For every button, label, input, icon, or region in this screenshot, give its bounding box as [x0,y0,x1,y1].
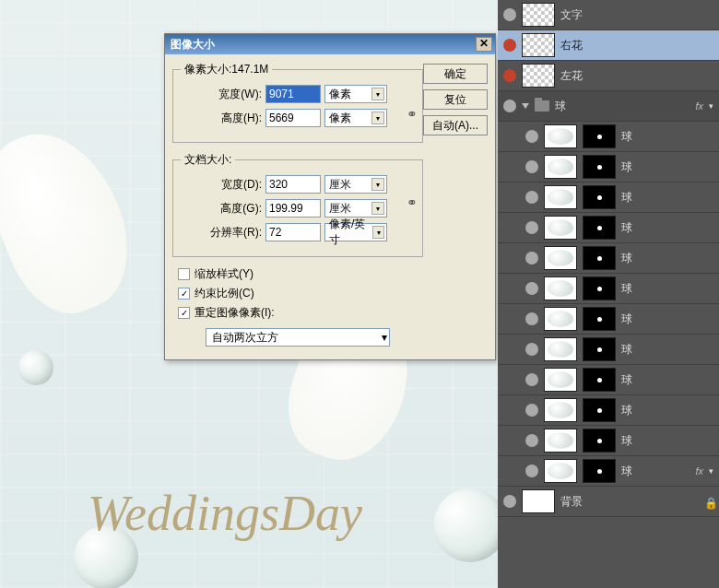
layer-row[interactable]: 左花 [498,61,719,91]
layer-mask-thumbnail [583,246,616,270]
resolution-input[interactable] [265,223,321,241]
layer-row[interactable]: 球 [498,304,719,335]
height-doc-input[interactable] [265,199,321,218]
folder-icon [535,100,549,112]
visibility-icon[interactable] [525,252,538,265]
ok-button[interactable]: 确定 [423,64,488,84]
pixel-dimensions-group: 像素大小:147.1M 宽度(W): 像素▾ 高度(H): 像素▾ ⚭ [172,62,423,143]
resample-checkbox[interactable]: ✓ [178,307,190,319]
layer-name: 球 [621,403,713,418]
resample-method-select[interactable]: 自动两次立方▾ [206,328,390,347]
link-icon[interactable]: ⚭ [407,195,418,210]
layer-mask-thumbnail [583,185,616,209]
visibility-icon[interactable] [503,100,516,112]
dialog-title: 图像大小 [171,37,215,53]
lock-icon: 🔒 [704,497,713,506]
pearl-decoration [433,488,507,562]
constrain-checkbox[interactable]: ✓ [178,288,190,300]
layer-mask-thumbnail [583,307,616,331]
layer-row[interactable]: 球 [498,243,719,274]
visibility-icon[interactable] [525,373,538,386]
height-doc-label: 高度(G): [197,201,262,217]
layer-row[interactable]: 球 [498,213,719,243]
layer-row[interactable]: 球 [498,182,719,213]
layer-row[interactable]: 右花 [498,30,719,61]
layer-name: 背景 [560,494,699,510]
width-doc-label: 宽度(D): [197,177,262,193]
layer-thumbnail [544,124,577,148]
visibility-icon[interactable] [525,221,538,234]
width-px-unit-select[interactable]: 像素▾ [324,85,387,103]
wedding-title: WeddingsDay [88,485,362,542]
layer-mask-thumbnail [583,337,616,361]
chevron-down-icon: ▾ [371,112,384,124]
layer-thumbnail [544,368,577,392]
layer-thumbnail [544,216,577,240]
link-icon[interactable]: ⚭ [407,107,418,122]
height-px-input[interactable] [265,109,321,127]
scale-styles-label: 缩放样式(Y) [194,266,253,282]
layer-name: 文字 [560,7,713,23]
layer-name: 球 [621,220,713,236]
visibility-icon[interactable] [525,282,538,295]
height-doc-unit-select[interactable]: 厘米▾ [324,199,387,218]
close-icon[interactable]: ✕ [476,37,492,52]
dialog-titlebar[interactable]: 图像大小 ✕ [165,34,495,54]
layer-mask-thumbnail [583,459,616,483]
height-px-unit-select[interactable]: 像素▾ [324,109,387,127]
visibility-icon[interactable] [525,465,538,477]
width-px-label: 宽度(W): [197,87,262,102]
visibility-icon[interactable] [525,191,538,204]
chevron-down-icon[interactable]: ▾ [709,101,713,111]
layer-name: 右花 [560,38,713,53]
layer-mask-thumbnail [583,216,616,240]
layer-mask-thumbnail [583,429,616,453]
width-doc-input[interactable] [265,175,321,194]
visibility-icon[interactable] [503,39,516,52]
layer-name: 球 [621,312,713,327]
layer-thumbnail [522,33,555,57]
visibility-icon[interactable] [525,343,538,356]
reset-button[interactable]: 复位 [423,89,488,110]
layer-thumbnail [544,337,577,361]
resolution-unit-select[interactable]: 像素/英寸▾ [324,223,387,241]
layer-thumbnail [522,3,555,27]
visibility-icon[interactable] [525,160,538,173]
visibility-icon[interactable] [503,69,516,82]
auto-button[interactable]: 自动(A)... [423,115,488,135]
constrain-label: 约束比例(C) [194,286,254,301]
visibility-icon[interactable] [525,130,538,143]
width-px-input[interactable] [265,85,321,103]
chevron-down-icon: ▾ [371,202,384,215]
width-doc-unit-select[interactable]: 厘米▾ [324,175,387,194]
scale-styles-checkbox[interactable] [178,268,190,280]
layer-row[interactable]: 球 [498,395,719,426]
visibility-icon[interactable] [525,312,538,325]
layer-row[interactable]: 球 [498,152,719,182]
expand-icon[interactable] [522,103,529,109]
chevron-down-icon: ▾ [371,88,384,100]
visibility-icon[interactable] [525,434,538,447]
layer-name: 球 [621,129,713,145]
layer-row[interactable]: 球 [498,274,719,304]
layer-row[interactable]: 背景 🔒 [498,487,719,517]
layer-row[interactable]: 球 [498,122,719,152]
layer-row[interactable]: 球 [498,335,719,365]
layer-row[interactable]: 文字 [498,0,719,30]
layer-group-row[interactable]: 球 fx ▾ [498,91,719,122]
layer-thumbnail [522,64,555,88]
visibility-icon[interactable] [503,495,516,508]
layer-name: 球 [621,342,713,358]
visibility-icon[interactable] [503,8,516,21]
layer-row[interactable]: 球 [498,426,719,456]
layer-thumbnail [544,429,577,453]
layer-row[interactable]: 球 [498,365,719,395]
layer-thumbnail [544,459,577,483]
layer-thumbnail [544,398,577,422]
layer-name: 左花 [560,68,713,84]
chevron-down-icon: ▾ [371,178,384,191]
layer-thumbnail [544,307,577,331]
layer-thumbnail [522,489,555,513]
layer-row[interactable]: 球fx▾ [498,456,719,487]
visibility-icon[interactable] [525,404,538,417]
